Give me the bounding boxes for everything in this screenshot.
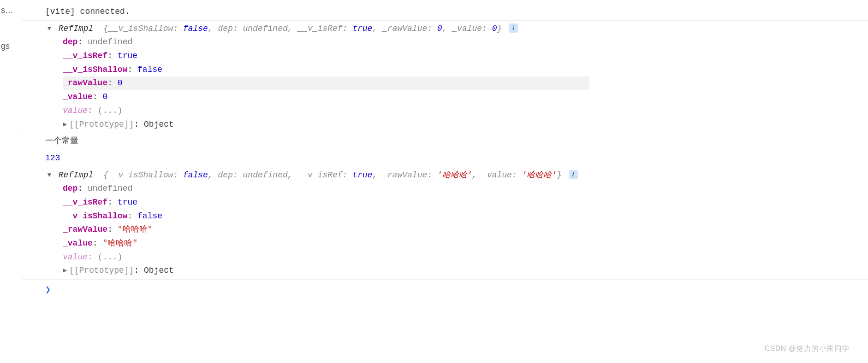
prop-value[interactable]: (...): [98, 106, 123, 115]
prop-value: "哈哈哈": [102, 239, 137, 248]
sidebar-item-0[interactable]: s…: [0, 3, 22, 39]
log-number: 123: [45, 153, 60, 163]
log-line-number: 123: [22, 150, 868, 167]
prop-key[interactable]: __v_isRef: [63, 198, 107, 207]
prop-key[interactable]: dep: [63, 37, 77, 47]
prop-value: 0: [118, 78, 123, 88]
object-properties: dep: undefined __v_isRef: true __v_isSha…: [45, 35, 594, 131]
prop-key[interactable]: _rawValue: [63, 78, 107, 88]
prop-value: undefined: [88, 37, 132, 47]
watermark: CSDN @努力的小朱同学: [764, 344, 850, 354]
prop-value: 0: [102, 92, 107, 101]
object-preview: {__v_isShallow: false, dep: undefined, _…: [98, 170, 566, 180]
log-line-text: 一个常量: [22, 133, 868, 150]
object-log-1: ▼ RefImpl {__v_isShallow: false, dep: un…: [22, 21, 868, 134]
object-log-2: ▼ RefImpl {__v_isShallow: false, dep: un…: [22, 167, 868, 280]
log-text: [vite] connected.: [45, 7, 130, 16]
expand-toggle-icon[interactable]: ▼: [45, 170, 54, 181]
info-icon[interactable]: i: [509, 23, 518, 33]
prop-value: false: [137, 211, 162, 221]
chevron-right-icon: ❯: [45, 285, 51, 295]
prop-value: Object: [144, 120, 174, 129]
sidebar: s… gs: [0, 0, 22, 363]
prop-key[interactable]: _value: [63, 239, 93, 248]
prop-value: true: [118, 51, 137, 60]
prop-key[interactable]: dep: [63, 184, 77, 193]
expand-toggle-icon[interactable]: ▶: [61, 119, 69, 130]
prop-key[interactable]: __v_isShallow: [63, 211, 127, 221]
prop-value: "哈哈哈": [118, 225, 153, 234]
class-name: RefImpl: [59, 170, 94, 180]
object-properties: dep: undefined __v_isRef: true __v_isSha…: [45, 182, 594, 278]
prop-value: true: [118, 198, 137, 207]
prop-key-proto[interactable]: [[Prototype]]: [69, 266, 134, 275]
prop-key-proto[interactable]: [[Prototype]]: [69, 120, 134, 129]
expand-toggle-icon[interactable]: ▼: [45, 23, 54, 34]
console-root: s… gs [vite] connected. ▼ RefImpl {__v_i…: [0, 0, 868, 363]
log-text: 一个常量: [45, 136, 78, 146]
prop-key-getter[interactable]: value: [63, 252, 88, 262]
prop-key[interactable]: _rawValue: [63, 225, 107, 234]
prop-value: false: [137, 65, 162, 74]
prop-key[interactable]: __v_isShallow: [63, 65, 127, 74]
prop-key[interactable]: __v_isRef: [63, 51, 107, 60]
object-preview: {__v_isShallow: false, dep: undefined, _…: [98, 24, 507, 33]
prop-key-getter[interactable]: value: [63, 106, 88, 115]
log-line-vite: [vite] connected.: [22, 4, 868, 21]
info-icon[interactable]: i: [569, 170, 578, 179]
sidebar-item-1[interactable]: gs: [0, 39, 22, 75]
console-output: [vite] connected. ▼ RefImpl {__v_isShall…: [22, 0, 868, 363]
prop-value: undefined: [88, 184, 132, 193]
prop-value: Object: [144, 266, 174, 275]
expand-toggle-icon[interactable]: ▶: [61, 265, 69, 276]
class-name: RefImpl: [59, 24, 94, 33]
prop-key[interactable]: _value: [63, 92, 93, 101]
console-prompt[interactable]: ❯: [22, 280, 868, 298]
prop-value[interactable]: (...): [98, 252, 123, 262]
